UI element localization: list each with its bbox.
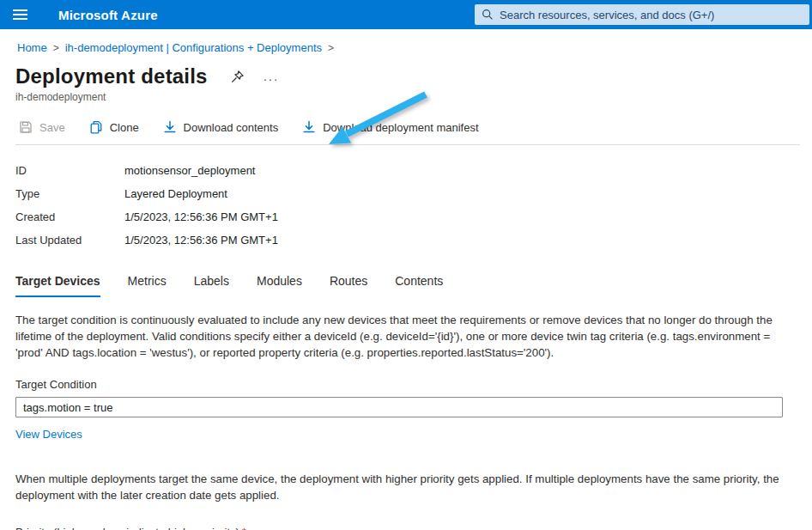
download-contents-label: Download contents <box>184 121 279 134</box>
search-icon <box>482 9 494 21</box>
detail-row-id: ID motionsensor_deployment <box>15 159 798 182</box>
required-marker: * <box>242 526 246 530</box>
clone-label: Clone <box>110 121 139 134</box>
download-deployment-manifest-label: Download deployment manifest <box>323 121 478 134</box>
priority-description: When multiple deployments target the sam… <box>15 471 798 503</box>
detail-label: Created <box>15 210 124 223</box>
tab-target-devices[interactable]: Target Devices <box>15 274 100 297</box>
tab-contents[interactable]: Contents <box>395 274 443 297</box>
priority-label-text: Priority (higher values indicate higher … <box>15 526 239 530</box>
global-search-input[interactable]: Search resources, services, and docs (G+… <box>475 4 809 25</box>
target-condition-label: Target Condition <box>15 378 798 391</box>
pin-button[interactable] <box>230 70 245 84</box>
breadcrumb-home-link[interactable]: Home <box>17 41 47 54</box>
clone-icon <box>89 120 103 134</box>
more-actions-button[interactable]: ... <box>264 72 280 81</box>
download-icon <box>302 120 316 134</box>
page-title: Deployment details <box>15 64 208 88</box>
target-condition-description: The target condition is continuously eva… <box>15 312 798 361</box>
download-icon <box>163 120 177 134</box>
detail-row-created: Created 1/5/2023, 12:56:36 PM GMT+1 <box>15 205 798 228</box>
hamburger-menu-icon[interactable] <box>0 0 39 29</box>
target-condition-input[interactable] <box>15 397 783 417</box>
save-label: Save <box>39 121 65 134</box>
page-subtitle: ih-demodeployment <box>15 91 798 103</box>
download-contents-button[interactable]: Download contents <box>160 118 282 137</box>
breadcrumb: Home>ih-demodeployment | Configurations … <box>17 29 798 54</box>
save-button[interactable]: Save <box>15 118 69 137</box>
priority-label: Priority (higher values indicate higher … <box>15 526 798 530</box>
detail-value: Layered Deployment <box>124 187 227 200</box>
breadcrumb-separator: > <box>328 42 334 54</box>
tab-routes[interactable]: Routes <box>330 274 367 297</box>
command-bar: Save Clone Download contents Download de… <box>15 118 798 137</box>
detail-value: motionsensor_deployment <box>124 164 255 177</box>
detail-label: Type <box>15 187 124 200</box>
tab-metrics[interactable]: Metrics <box>128 274 167 297</box>
toolbar-divider <box>15 144 800 145</box>
detail-row-type: Type Layered Deployment <box>15 182 798 205</box>
view-devices-link[interactable]: View Devices <box>15 428 82 441</box>
detail-label: ID <box>15 164 124 177</box>
clone-button[interactable]: Clone <box>86 118 142 137</box>
detail-label: Last Updated <box>15 234 124 247</box>
detail-value: 1/5/2023, 12:56:36 PM GMT+1 <box>124 210 278 223</box>
save-icon <box>19 120 33 134</box>
download-deployment-manifest-button[interactable]: Download deployment manifest <box>299 118 482 137</box>
pin-icon <box>230 70 245 84</box>
target-devices-panel: The target condition is continuously eva… <box>15 312 798 530</box>
breadcrumb-configurations-link[interactable]: ih-demodeployment | Configurations + Dep… <box>65 41 322 54</box>
azure-top-bar: Microsoft Azure Search resources, servic… <box>0 0 812 29</box>
tab-modules[interactable]: Modules <box>257 274 302 297</box>
tab-labels[interactable]: Labels <box>194 274 229 297</box>
deployment-details-list: ID motionsensor_deployment Type Layered … <box>15 159 798 252</box>
azure-brand-title[interactable]: Microsoft Azure <box>58 8 158 22</box>
tab-bar: Target Devices Metrics Labels Modules Ro… <box>15 274 798 297</box>
search-placeholder: Search resources, services, and docs (G+… <box>500 9 714 21</box>
page-content: Home>ih-demodeployment | Configurations … <box>0 29 812 530</box>
breadcrumb-separator: > <box>53 42 59 54</box>
detail-value: 1/5/2023, 12:56:36 PM GMT+1 <box>124 234 278 247</box>
detail-row-last-updated: Last Updated 1/5/2023, 12:56:36 PM GMT+1 <box>15 228 798 252</box>
